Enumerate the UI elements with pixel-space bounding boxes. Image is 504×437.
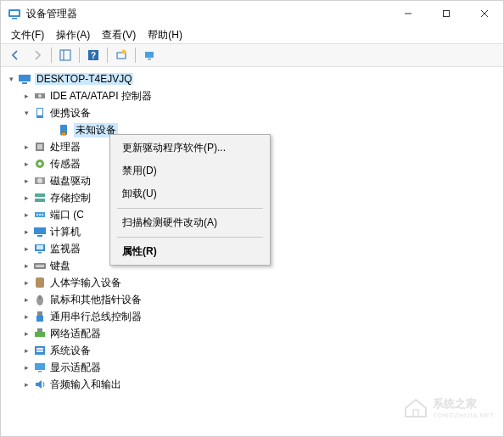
svg-point-33 (39, 214, 41, 216)
scan-hardware-button[interactable] (111, 46, 132, 64)
device-manager-icon (8, 7, 21, 20)
context-disable[interactable]: 禁用(D) (112, 160, 268, 182)
svg-rect-47 (35, 332, 45, 337)
svg-rect-24 (37, 144, 42, 149)
disk-icon (33, 174, 47, 188)
chevron-right-icon[interactable]: ▸ (21, 176, 31, 186)
tree-node[interactable]: ▸通用串行总线控制器 (3, 308, 501, 325)
chevron-right-icon[interactable]: ▸ (21, 193, 31, 203)
chevron-right-icon[interactable]: ▸ (21, 159, 31, 169)
audio-icon (33, 378, 47, 391)
keyboard-icon (33, 259, 47, 272)
back-button[interactable] (5, 46, 25, 64)
svg-rect-36 (37, 235, 42, 237)
tree-root[interactable]: ▾ DESKTOP-T4EJVJQ (3, 70, 501, 87)
svg-rect-38 (36, 245, 43, 249)
show-hide-tree-button[interactable] (55, 46, 76, 64)
tree-root-label: DESKTOP-T4EJVJQ (35, 73, 133, 85)
svg-rect-41 (36, 265, 44, 267)
tree-node[interactable]: ▸系统设备 (3, 342, 501, 359)
tree-node-label: 系统设备 (50, 344, 91, 358)
chevron-right-icon[interactable]: ▸ (21, 362, 31, 373)
monitor-icon (33, 242, 47, 255)
tree-node-label: 人体学输入设备 (50, 276, 121, 290)
svg-rect-14 (148, 59, 151, 60)
maximize-button[interactable] (427, 1, 465, 26)
svg-rect-29 (35, 193, 45, 197)
chevron-right-icon[interactable]: ▸ (21, 244, 31, 254)
device-view-button[interactable] (139, 46, 160, 64)
tree-node-label: 磁盘驱动 (50, 174, 91, 188)
chevron-right-icon[interactable]: ▸ (21, 294, 31, 305)
port-icon (33, 208, 47, 221)
svg-text:?: ? (91, 51, 96, 60)
svg-rect-39 (38, 252, 42, 254)
chevron-right-icon[interactable]: ▸ (21, 277, 31, 288)
context-separator (117, 237, 263, 238)
tree-node-label: 显示适配器 (50, 361, 101, 375)
tree-node-label: 鼠标和其他指针设备 (50, 293, 142, 307)
tree-node-label: 便携设备 (50, 106, 91, 120)
chevron-right-icon[interactable]: ▸ (21, 328, 31, 339)
chevron-right-icon[interactable]: ▸ (21, 227, 31, 237)
chevron-down-icon[interactable]: ▾ (6, 74, 16, 84)
chevron-right-icon[interactable]: ▸ (21, 91, 31, 101)
menu-help[interactable]: 帮助(H) (143, 27, 188, 43)
context-scan[interactable]: 扫描检测硬件改动(A) (112, 211, 268, 234)
svg-rect-35 (34, 227, 46, 234)
svg-text:!: ! (63, 131, 64, 136)
tree-node[interactable]: ▸显示适配器 (3, 359, 501, 376)
chevron-right-icon[interactable]: ▸ (21, 345, 31, 356)
chevron-right-icon[interactable]: ▸ (21, 210, 31, 220)
tree-node[interactable]: ▸鼠标和其他指针设备 (3, 291, 501, 308)
window-title: 设备管理器 (26, 7, 389, 21)
system-icon (33, 344, 47, 357)
svg-point-34 (42, 214, 43, 216)
context-menu: 更新驱动程序软件(P)... 禁用(D) 卸载(U) 扫描检测硬件改动(A) 属… (109, 134, 271, 266)
tree-node-label: 监视器 (50, 242, 81, 256)
close-button[interactable] (465, 1, 503, 26)
cpu-icon (33, 140, 47, 154)
svg-rect-46 (36, 316, 43, 322)
svg-rect-13 (145, 52, 154, 58)
context-uninstall[interactable]: 卸载(U) (112, 182, 268, 205)
tree-node-label: 端口 (C (50, 208, 84, 222)
toolbar-separator (107, 48, 108, 63)
tree-node[interactable]: ▾便携设备 (3, 104, 501, 121)
help-toolbar-button[interactable]: ? (83, 46, 104, 64)
portable-icon (33, 106, 47, 120)
context-update-driver[interactable]: 更新驱动程序软件(P)... (112, 137, 268, 160)
svg-rect-45 (37, 311, 42, 316)
sensor-icon (33, 157, 47, 171)
computer-icon (33, 225, 47, 238)
svg-rect-15 (19, 75, 31, 81)
chevron-right-icon[interactable]: ▸ (21, 311, 31, 322)
svg-point-32 (36, 214, 38, 216)
context-properties[interactable]: 属性(R) (112, 240, 268, 263)
tree-node-label: 网络适配器 (50, 327, 101, 341)
svg-rect-2 (10, 11, 19, 15)
tree-node[interactable]: ▸音频输入和输出 (3, 376, 501, 393)
usb-icon (33, 310, 47, 323)
menu-action[interactable]: 操作(A) (51, 27, 95, 43)
menu-file[interactable]: 文件(F) (6, 27, 49, 43)
tree-node[interactable]: ▸网络适配器 (3, 325, 501, 342)
svg-point-28 (37, 178, 42, 183)
svg-point-18 (38, 94, 42, 98)
chevron-right-icon[interactable]: ▸ (21, 379, 31, 389)
computer-icon (18, 72, 31, 86)
tree-node-label: 键盘 (50, 259, 70, 273)
svg-rect-16 (22, 82, 27, 84)
forward-button[interactable] (27, 46, 48, 64)
chevron-right-icon[interactable]: ▸ (21, 261, 31, 271)
svg-rect-20 (37, 109, 42, 115)
chevron-right-icon[interactable]: ▸ (21, 142, 31, 152)
tree-node[interactable]: ▸IDE ATA/ATAPI 控制器 (3, 87, 501, 104)
menu-view[interactable]: 查看(V) (97, 27, 141, 43)
minimize-button[interactable] (389, 1, 427, 26)
titlebar: 设备管理器 (1, 1, 503, 26)
window-controls (389, 1, 503, 26)
chevron-down-icon[interactable]: ▾ (21, 108, 31, 118)
tree-node-label: 传感器 (50, 157, 81, 171)
tree-node[interactable]: ▸人体学输入设备 (3, 274, 501, 291)
